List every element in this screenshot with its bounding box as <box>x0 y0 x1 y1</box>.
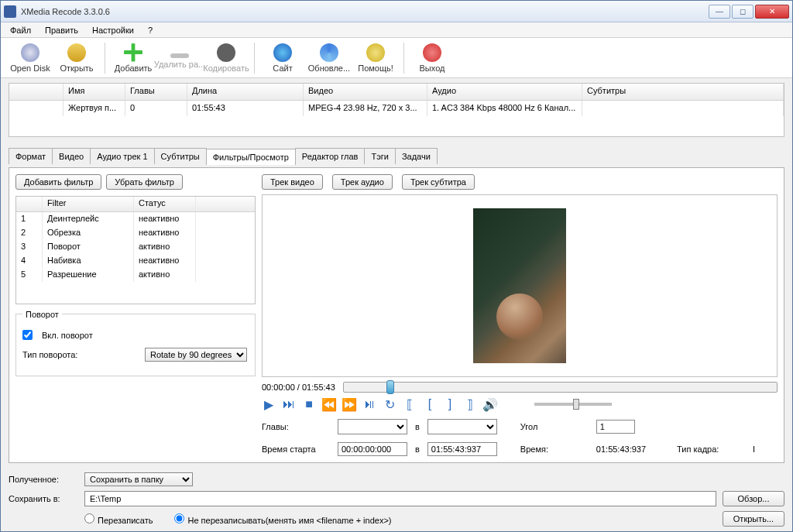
encode-icon <box>217 43 235 62</box>
play-icon[interactable]: ▶ <box>262 397 276 411</box>
help-button[interactable]: Помощь! <box>352 39 399 77</box>
browse-button[interactable]: Обзор... <box>723 491 784 506</box>
mark-out-icon[interactable]: ⟧ <box>463 397 477 411</box>
filter-row: 5Разрешениеактивно <box>16 268 255 282</box>
file-grid-header: Имя Главы Длина Видео Аудио Субтитры <box>9 84 784 101</box>
forward-icon[interactable]: ⏩ <box>342 397 356 411</box>
bracket-right-icon[interactable]: ] <box>443 397 457 411</box>
filter-grid[interactable]: Filter Статус 1Деинтерлейснеактивно 2Обр… <box>15 196 256 304</box>
open-button[interactable]: Открыть <box>53 39 100 77</box>
minus-icon <box>170 53 189 58</box>
duration-label: Время: <box>520 444 589 454</box>
rotate-fieldset: Поворот Вкл. поворот Тип поворота: Rotat… <box>15 314 256 376</box>
mark-in-icon[interactable]: ⟦ <box>403 397 417 411</box>
timeline-slider[interactable] <box>343 382 778 393</box>
open-folder-button[interactable]: Открыть... <box>723 511 784 527</box>
loop-icon[interactable]: ↻ <box>383 397 396 411</box>
site-button[interactable]: Сайт <box>259 39 306 77</box>
disk-icon <box>21 43 39 62</box>
angle-spinner[interactable] <box>596 420 635 434</box>
track-audio-button[interactable]: Трек аудио <box>332 174 393 190</box>
encode-button[interactable]: Кодировать <box>203 39 249 77</box>
stop-icon[interactable]: ■ <box>302 397 316 411</box>
window-title: XMedia Recode 3.3.0.6 <box>21 7 709 16</box>
menu-settings[interactable]: Настройки <box>86 24 140 36</box>
step-icon[interactable]: ⏯ <box>362 397 376 411</box>
bracket-left-icon[interactable]: [ <box>423 397 437 411</box>
rotate-type-label: Тип поворота: <box>22 350 139 359</box>
menu-edit[interactable]: Править <box>39 24 84 36</box>
tab-subs[interactable]: Субтитры <box>154 148 207 164</box>
help-icon <box>366 43 385 62</box>
tab-chapters[interactable]: Редактор глав <box>295 148 366 164</box>
sound-icon[interactable]: 🔊 <box>483 397 497 411</box>
savein-label: Сохранить в: <box>9 494 78 503</box>
app-icon <box>4 5 16 18</box>
app-window: XMedia Recode 3.3.0.6 — ◻ ✕ Файл Править… <box>0 0 793 532</box>
file-row[interactable]: Жертвуя п... 0 01:55:43 MPEG-4 23.98 Hz,… <box>9 101 784 116</box>
frametype-value: I <box>753 444 755 454</box>
plus-icon <box>124 43 142 62</box>
overwrite-radio[interactable] <box>84 513 94 523</box>
menu-file[interactable]: Файл <box>4 24 37 36</box>
tab-format[interactable]: Формат <box>9 148 53 164</box>
tab-video[interactable]: Видео <box>52 148 91 164</box>
filter-row: 4Набивканеактивно <box>16 254 255 268</box>
exit-button[interactable]: Выход <box>409 39 455 77</box>
duration-value: 01:55:43:937 <box>596 444 646 454</box>
track-sub-button[interactable]: Трек субтитра <box>402 174 475 190</box>
removeall-button[interactable]: Удалить ра... <box>156 39 203 77</box>
titlebar[interactable]: XMedia Recode 3.3.0.6 — ◻ ✕ <box>1 1 792 22</box>
maximize-button[interactable]: ◻ <box>732 5 754 19</box>
rotate-legend: Поворот <box>22 310 62 319</box>
preview-area <box>262 194 778 377</box>
chapter-start-select[interactable] <box>338 419 407 434</box>
globe-icon <box>273 43 292 62</box>
next-icon[interactable]: ⏭ <box>282 397 296 411</box>
end-time-input[interactable] <box>427 442 497 456</box>
toolbar: Open Disk Открыть Добавить Удалить ра...… <box>1 38 792 78</box>
tab-filters[interactable]: Фильтры/Просмотр <box>206 149 296 165</box>
filter-row: 1Деинтерлейснеактивно <box>16 212 255 226</box>
file-grid[interactable]: Имя Главы Длина Видео Аудио Субтитры Жер… <box>9 83 784 137</box>
add-filter-button[interactable]: Добавить фильтр <box>15 174 101 190</box>
filters-panel: Добавить фильтр Убрать фильтр Filter Ста… <box>9 167 784 463</box>
volume-slider[interactable] <box>534 403 612 406</box>
minimize-button[interactable]: — <box>709 5 730 19</box>
rewind-icon[interactable]: ⏪ <box>322 397 336 411</box>
savein-input[interactable] <box>84 491 716 506</box>
no-overwrite-radio-label[interactable]: Не перезаписывать(менять имя <filename +… <box>174 513 391 525</box>
menubar: Файл Править Настройки ? <box>1 22 792 38</box>
remove-filter-button[interactable]: Убрать фильтр <box>106 174 183 190</box>
menu-help[interactable]: ? <box>142 24 159 36</box>
tab-tags[interactable]: Тэги <box>364 148 396 164</box>
overwrite-radio-label[interactable]: Перезаписать <box>84 513 153 525</box>
preview-image <box>473 208 566 363</box>
add-button[interactable]: Добавить <box>110 39 156 77</box>
chapters-label: Главы: <box>262 422 330 431</box>
refresh-icon <box>320 43 338 62</box>
angle-label: Угол <box>520 422 589 431</box>
track-video-button[interactable]: Трек видео <box>262 174 323 190</box>
enable-rotate-checkbox[interactable] <box>22 330 33 340</box>
update-button[interactable]: Обновле... <box>306 39 352 77</box>
start-time-input[interactable] <box>338 442 407 456</box>
folder-icon <box>67 43 86 62</box>
filter-row: 2Обрезканеактивно <box>16 226 255 240</box>
tab-jobs[interactable]: Задачи <box>395 148 438 164</box>
enable-rotate-label: Вкл. поворот <box>42 331 93 340</box>
start-label: Время старта <box>262 444 330 454</box>
received-label: Полученное: <box>9 475 78 484</box>
tab-audio[interactable]: Аудио трек 1 <box>90 148 154 164</box>
no-overwrite-radio[interactable] <box>174 513 184 523</box>
received-select[interactable]: Сохранить в папку <box>84 472 193 486</box>
tabs: Формат Видео Аудио трек 1 Субтитры Фильт… <box>9 148 784 164</box>
rotate-type-select[interactable]: Rotate by 90 degrees <box>145 348 247 362</box>
chapter-end-select[interactable] <box>427 419 497 434</box>
opendisk-button[interactable]: Open Disk <box>7 39 53 77</box>
player-controls: ▶ ⏭ ■ ⏪ ⏩ ⏯ ↻ ⟦ [ ] ⟧ 🔊 <box>262 397 778 411</box>
time-display: 00:00:00 / 01:55:43 <box>262 383 335 392</box>
exit-icon <box>423 43 441 62</box>
close-button[interactable]: ✕ <box>755 5 789 19</box>
bottom-panel: Полученное: Сохранить в папку Сохранить … <box>1 468 792 531</box>
